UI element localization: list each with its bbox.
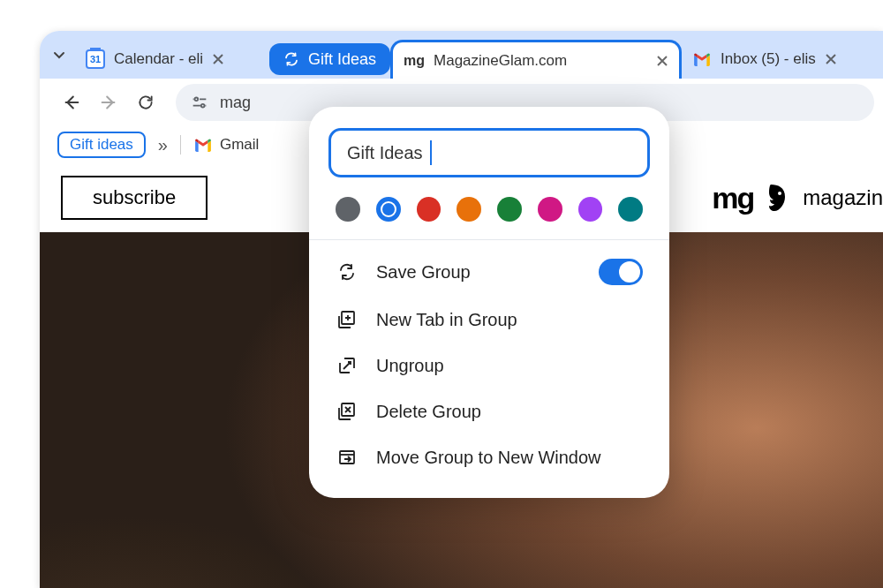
menu-label: Save Group (376, 262, 471, 283)
menu-ungroup[interactable]: Ungroup (309, 343, 669, 388)
group-label: Gift Ideas (308, 50, 376, 69)
divider (309, 239, 669, 240)
arrow-right-icon (99, 93, 118, 112)
color-swatch-2[interactable] (417, 197, 442, 222)
menu-label: Ungroup (376, 356, 444, 376)
color-swatch-7[interactable] (618, 197, 643, 222)
svg-rect-5 (340, 451, 354, 464)
group-name-value: Gift Ideas (347, 143, 423, 163)
move-window-icon (336, 446, 358, 469)
menu-label: Move Group to New Window (376, 448, 601, 468)
sync-icon (336, 260, 358, 283)
omnibox-text: mag (220, 94, 251, 112)
text-caret (430, 140, 432, 165)
color-swatch-1[interactable] (376, 197, 401, 222)
tab-inbox[interactable]: Inbox (5) - elis (682, 40, 883, 79)
bookmark-gmail[interactable]: Gmail (193, 136, 259, 154)
bookmark-label: Gmail (220, 136, 259, 154)
menu-new-tab-in-group[interactable]: New Tab in Group (309, 297, 669, 343)
browser-window: 31 Calendar - eli Gift Ideas mg Magazine… (40, 31, 883, 588)
brand-name: magazin (803, 185, 883, 210)
close-icon[interactable] (656, 55, 668, 67)
arrow-left-icon (62, 93, 81, 112)
close-icon[interactable] (212, 53, 224, 65)
color-swatch-0[interactable] (336, 197, 360, 222)
new-tab-icon (336, 308, 358, 331)
gmail-icon (692, 52, 712, 66)
brand: mg magazin (712, 181, 883, 215)
close-icon[interactable] (825, 53, 837, 65)
subscribe-button[interactable]: subscribe (61, 176, 208, 220)
group-name-input[interactable]: Gift Ideas (328, 128, 650, 177)
svg-point-2 (778, 192, 781, 195)
bookmark-overflow[interactable]: » (158, 135, 168, 155)
color-swatch-6[interactable] (578, 197, 603, 222)
menu-save-group[interactable]: Save Group (309, 247, 669, 297)
reload-button[interactable] (130, 87, 162, 118)
menu-label: New Tab in Group (376, 310, 517, 330)
color-swatches (309, 193, 669, 239)
gmail-icon (193, 138, 213, 152)
tab-title: Calendar - eli (114, 50, 203, 68)
forward-button[interactable] (93, 87, 125, 118)
reload-icon (137, 94, 155, 111)
menu-move-group[interactable]: Move Group to New Window (309, 434, 669, 480)
color-swatch-5[interactable] (538, 197, 562, 222)
divider (180, 135, 181, 155)
save-group-toggle[interactable] (599, 259, 643, 285)
tabs-dropdown-button[interactable] (52, 38, 66, 72)
svg-point-0 (195, 98, 199, 102)
menu-delete-group[interactable]: Delete Group (309, 388, 669, 434)
sync-icon (283, 51, 299, 67)
back-button[interactable] (56, 87, 87, 118)
ungroup-icon (336, 354, 358, 377)
tab-title: MagazineGlam.com (434, 52, 567, 70)
tab-active[interactable]: mg MagazineGlam.com (390, 40, 682, 79)
menu-label: Delete Group (376, 402, 481, 422)
tab-group-menu: Gift Ideas Save Group New Tab in Group U… (309, 107, 669, 498)
calendar-icon: 31 (86, 49, 105, 69)
color-swatch-3[interactable] (457, 197, 481, 222)
brand-face-icon (766, 183, 790, 213)
site-settings-icon[interactable] (190, 93, 209, 112)
tab-group-chip[interactable]: Gift Ideas (269, 43, 390, 75)
delete-group-icon (336, 400, 358, 423)
bookmark-group-gift-ideas[interactable]: Gift ideas (57, 132, 146, 158)
tab-calendar[interactable]: 31 Calendar - eli (75, 40, 269, 79)
color-swatch-4[interactable] (497, 197, 522, 222)
chevron-down-icon (52, 48, 66, 62)
svg-point-1 (201, 104, 205, 108)
tab-bar: 31 Calendar - eli Gift Ideas mg Magazine… (40, 31, 883, 79)
tab-title: Inbox (5) - elis (721, 50, 816, 68)
brand-mark: mg (712, 181, 753, 215)
site-favicon: mg (404, 53, 425, 69)
